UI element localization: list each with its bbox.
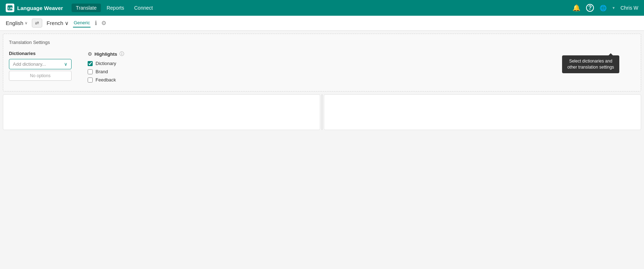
- highlights-header: ⚙ Highlights ⓘ: [88, 51, 124, 57]
- app-name: Language Weaver: [17, 5, 63, 11]
- source-language-label: English: [6, 20, 23, 26]
- add-dictionary-placeholder: Add dictionary...: [13, 61, 46, 67]
- translation-settings-panel: Translation Settings Dictionaries Add di…: [3, 34, 641, 91]
- nav-connect[interactable]: Connect: [130, 4, 157, 12]
- source-language-selector[interactable]: English ∨: [6, 20, 28, 26]
- globe-icon[interactable]: 🌐: [600, 5, 607, 11]
- brand-checkbox-label[interactable]: Brand: [96, 69, 108, 74]
- source-lang-chevron: ∨: [25, 21, 28, 25]
- nav-translate[interactable]: Translate: [72, 4, 101, 12]
- target-language-label: French: [47, 20, 63, 26]
- dictionary-checkbox[interactable]: [88, 61, 93, 66]
- topnav-links: Translate Reports Connect: [72, 4, 157, 12]
- highlights-section: ⚙ Highlights ⓘ Dictionary Brand Feedback: [88, 51, 124, 85]
- translation-settings-icon[interactable]: ⚙: [101, 20, 106, 26]
- topnav: LW Language Weaver Translate Reports Con…: [0, 0, 644, 16]
- settings-panel-title: Translation Settings: [9, 40, 635, 45]
- dictionaries-label: Dictionaries: [9, 51, 73, 56]
- user-label: Chris W: [620, 5, 638, 11]
- add-dictionary-dropdown[interactable]: Add dictionary... ∨: [9, 59, 72, 69]
- highlights-feedback-row: Feedback: [88, 77, 124, 83]
- dictionary-checkbox-label[interactable]: Dictionary: [96, 61, 116, 66]
- settings-content: Dictionaries Add dictionary... ∨ No opti…: [9, 51, 635, 85]
- no-options-message: No options: [9, 71, 72, 81]
- svg-text:LW: LW: [8, 6, 13, 10]
- user-menu[interactable]: Chris W: [620, 5, 638, 11]
- toolbar-row: English ∨ ⇄ French ∨ Generic ℹ ⚙: [0, 16, 644, 31]
- dictionary-dropdown-chevron: ∨: [64, 61, 68, 67]
- text-areas: [3, 94, 641, 130]
- text-area-divider: [322, 94, 322, 130]
- generic-tab[interactable]: Generic: [73, 19, 91, 28]
- highlights-brand-row: Brand: [88, 69, 124, 74]
- nav-reports[interactable]: Reports: [102, 4, 128, 12]
- feedback-checkbox[interactable]: [88, 78, 93, 83]
- bell-icon[interactable]: 🔔: [572, 4, 580, 12]
- highlights-label: Highlights: [94, 51, 117, 57]
- settings-tooltip: Select dictionaries and other translatio…: [562, 55, 619, 73]
- dictionaries-section: Dictionaries Add dictionary... ∨ No opti…: [9, 51, 73, 85]
- swap-icon: ⇄: [35, 20, 39, 26]
- swap-languages-button[interactable]: ⇄: [32, 19, 42, 28]
- target-language-selector[interactable]: French ∨: [47, 20, 69, 26]
- target-text-area[interactable]: [324, 94, 641, 130]
- app-logo[interactable]: LW Language Weaver: [6, 4, 63, 12]
- translation-info-icon[interactable]: ℹ: [95, 20, 97, 26]
- highlights-dictionary-row: Dictionary: [88, 61, 124, 66]
- tooltip-text: Select dictionaries and other translatio…: [567, 59, 614, 70]
- topnav-right: 🔔 ? 🌐 ▾ Chris W: [572, 4, 638, 12]
- help-icon[interactable]: ?: [586, 4, 594, 12]
- source-text-area[interactable]: [3, 94, 320, 130]
- highlights-info-icon[interactable]: ⓘ: [119, 51, 124, 57]
- feedback-checkbox-label[interactable]: Feedback: [96, 77, 116, 83]
- logo-icon: LW: [6, 4, 14, 12]
- target-lang-chevron: ∨: [65, 20, 69, 26]
- brand-checkbox[interactable]: [88, 69, 93, 74]
- highlights-icon: ⚙: [88, 51, 92, 57]
